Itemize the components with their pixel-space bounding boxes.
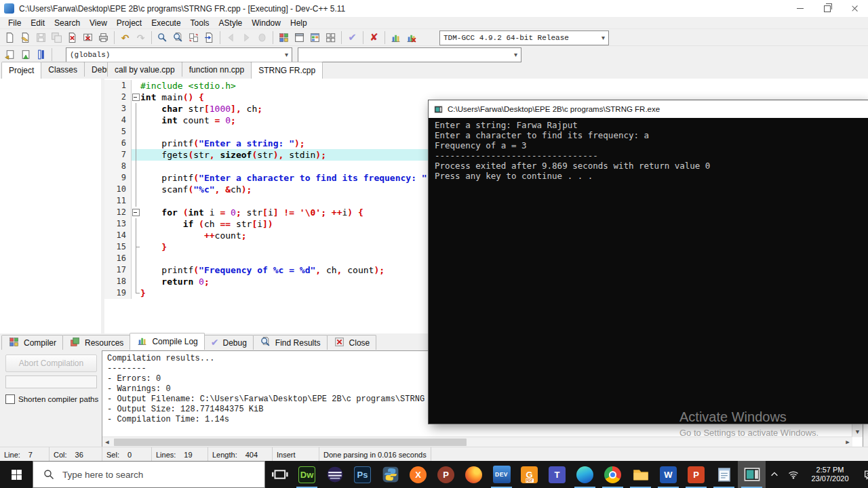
close-button[interactable] [841,0,868,17]
taskbar-powerpoint-icon[interactable]: P [682,461,710,488]
bottom-tab-close[interactable]: Close [327,335,377,350]
taskbar-console-app-icon[interactable] [738,461,766,488]
shorten-paths-checkbox[interactable] [5,394,15,404]
taskbar-firefox-icon[interactable] [460,461,488,488]
menu-item-execute[interactable]: Execute [146,18,185,28]
taskbar-explorer-icon[interactable] [627,461,654,488]
taskbar-devcpp-icon[interactable]: DEV [488,461,515,488]
menu-item-view[interactable]: View [85,18,112,28]
start-button[interactable] [0,461,33,488]
line-number[interactable]: 4 [104,115,132,126]
full-screen-button[interactable] [292,30,307,45]
tray-expand-icon[interactable] [766,470,783,479]
minimize-button[interactable] [787,0,814,17]
taskbar-word-icon[interactable]: W [654,461,682,488]
console-window[interactable]: C:\Users\Farwa\Desktop\EPE 2B\c programs… [429,100,868,424]
log-horizontal-scrollbar[interactable]: ◀ ▶ [102,436,852,447]
abort-compilation-button[interactable]: ✘ [366,30,382,45]
menu-item-astyle[interactable]: AStyle [214,18,248,28]
abort-run-button[interactable] [254,30,270,45]
scrollbar-thumb[interactable] [114,439,467,446]
menu-item-window[interactable]: Window [247,18,285,28]
taskbar-teams-icon[interactable]: T [543,461,571,488]
back-button[interactable] [223,30,239,45]
taskbar-p-app-icon[interactable]: P [432,461,460,488]
new-file-button[interactable] [2,30,18,45]
taskbar-dreamweaver-icon[interactable]: Dw [293,461,321,488]
taskbar-eclipse-icon[interactable] [321,461,349,488]
taskbar-xampp-icon[interactable]: X [404,461,432,488]
fold-collapse-icon[interactable] [132,92,140,103]
line-number[interactable]: 13 [104,218,132,230]
profile-button[interactable] [388,30,403,45]
new-project-button[interactable] [276,30,292,45]
line-number[interactable]: 1 [104,80,132,92]
line-number[interactable]: 18 [104,276,132,287]
line-number[interactable]: 14 [104,230,132,241]
menu-item-search[interactable]: Search [50,18,85,28]
menu-item-project[interactable]: Project [112,18,146,28]
line-number[interactable]: 11 [104,195,132,207]
bottom-tab-compile-log[interactable]: Compile Log [130,333,204,350]
bottom-tab-compiler[interactable]: Compiler [1,335,63,350]
line-number[interactable]: 7 [104,149,132,161]
scroll-down-icon[interactable]: ▼ [852,428,863,437]
taskbar-task-view-icon[interactable] [265,461,293,488]
code-line-1[interactable]: 1#include <stdio.h> [104,80,868,92]
goto-implementation-button[interactable] [18,47,33,62]
scroll-right-icon[interactable]: ▶ [843,439,852,446]
console-output[interactable]: Enter a string: Farwa RajputEnter a char… [429,118,868,424]
taskbar-chrome-icon[interactable] [599,461,627,488]
find-in-files-button[interactable] [170,30,186,45]
taskbar-notepad-icon[interactable] [710,461,738,488]
editor-tab-strng-fr-cpp[interactable]: STRNG FR.cpp [251,62,323,79]
taskbar-gpdf-icon[interactable]: GPDF [515,461,543,488]
bottom-tab-find-results[interactable]: Find Results [253,335,328,350]
goto-line-button[interactable] [201,30,217,45]
toggle-header-source-button[interactable] [33,47,49,62]
line-number[interactable]: 16 [104,253,132,264]
line-number[interactable]: 8 [104,161,132,172]
line-number[interactable]: 17 [104,264,132,276]
print-button[interactable] [96,30,111,45]
forward-button[interactable] [239,30,254,45]
line-number[interactable]: 12 [104,207,132,218]
scroll-left-icon[interactable]: ◀ [102,439,112,446]
delete-profiling-button[interactable] [403,30,419,45]
line-number[interactable]: 2 [104,92,132,103]
project-options-button[interactable] [307,30,323,45]
line-number[interactable]: 5 [104,126,132,138]
globals-select[interactable]: (globals) ▾ [66,47,292,62]
taskbar-python-icon[interactable] [376,461,404,488]
replace-button[interactable] [186,30,201,45]
compiler-profile-select[interactable]: TDM-GCC 4.9.2 64-bit Release ▾ [439,30,609,45]
fold-collapse-icon[interactable] [132,207,140,218]
close-file-button[interactable] [64,30,80,45]
line-number[interactable]: 9 [104,172,132,184]
syntax-check-button[interactable]: ✔ [344,30,360,45]
find-button[interactable] [155,30,170,45]
members-select[interactable]: ▾ [298,47,521,62]
action-center-icon[interactable] [856,469,868,481]
line-number[interactable]: 6 [104,138,132,149]
editor-tab-function-nn-cpp[interactable]: function nn.cpp [182,62,252,77]
console-titlebar[interactable]: C:\Users\Farwa\Desktop\EPE 2B\c programs… [429,100,868,118]
menu-item-edit[interactable]: Edit [26,18,50,28]
menu-item-help[interactable]: Help [285,18,312,28]
line-number[interactable]: 19 [104,287,132,299]
taskbar-photoshop-icon[interactable]: Ps [349,461,376,488]
editor-tab-call-by-value-cpp[interactable]: call by value.cpp [107,62,182,77]
panel-tab-classes[interactable]: Classes [41,62,85,77]
restore-button[interactable] [814,0,841,17]
abort-compilation-button[interactable]: Abort Compilation [5,354,97,372]
taskbar-search[interactable]: Type here to search [33,461,265,488]
panel-tab-project[interactable]: Project [1,62,41,79]
goto-declaration-button[interactable] [2,47,18,62]
save-all-button[interactable] [49,30,64,45]
wifi-icon[interactable] [783,469,804,480]
package-manager-button[interactable] [323,30,338,45]
taskbar-edge-icon[interactable] [571,461,599,488]
redo-button[interactable]: ↷ [133,30,149,45]
open-file-button[interactable] [18,30,33,45]
line-number[interactable]: 10 [104,184,132,195]
